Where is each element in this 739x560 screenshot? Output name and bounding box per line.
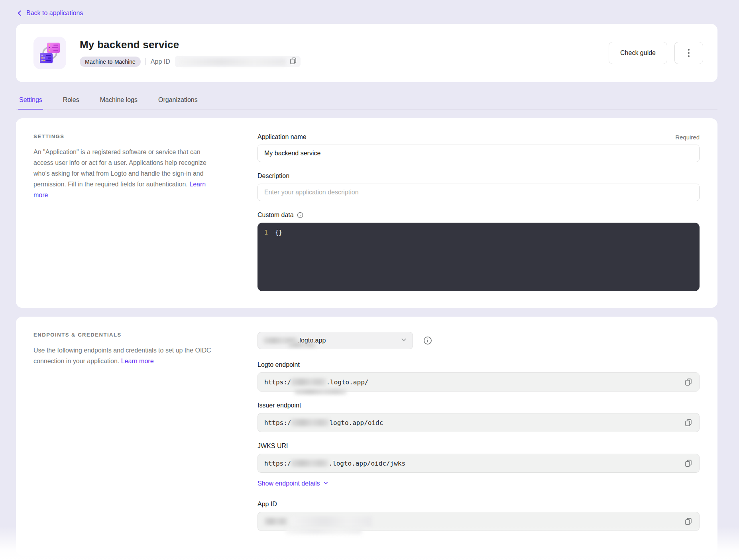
custom-data-info-button[interactable] bbox=[297, 212, 303, 218]
application-name-field-group: Application name Required bbox=[257, 133, 700, 162]
issuer-endpoint-value-field: https:/ logto.app/oidc bbox=[257, 413, 700, 432]
redacted-app-id-value bbox=[179, 58, 286, 65]
redacted-endpoint-part bbox=[291, 378, 326, 386]
check-guide-button[interactable]: Check guide bbox=[609, 42, 667, 64]
description-input[interactable] bbox=[257, 184, 700, 201]
redacted-tenant-id-artifact bbox=[288, 343, 316, 347]
app-id-label: App ID bbox=[151, 58, 170, 65]
redacted-endpoint-part bbox=[291, 460, 328, 467]
show-details-label: Show endpoint details bbox=[257, 480, 320, 487]
copy-logto-endpoint-button[interactable] bbox=[683, 377, 694, 387]
logto-endpoint-value-field: https:/ .logto.app/ bbox=[257, 372, 700, 392]
back-link-label: Back to applications bbox=[26, 10, 83, 17]
endpoints-aside: ENDPOINTS & CREDENTIALS Use the followin… bbox=[33, 332, 222, 539]
endpoints-learn-more-link[interactable]: Learn more bbox=[121, 358, 154, 364]
application-header-info: My backend service Machine-to-Machine Ap… bbox=[80, 39, 609, 67]
jwks-uri-label: JWKS URI bbox=[257, 443, 288, 450]
info-circle-icon bbox=[297, 213, 303, 219]
settings-form: Application name Required Description Cu… bbox=[257, 133, 700, 291]
application-name-label: Application name bbox=[257, 133, 307, 141]
app-id-field-label: App ID bbox=[257, 501, 277, 508]
code-line-number: 1 bbox=[257, 229, 275, 236]
jwks-uri-field-group: JWKS URI https:/ .logto.app/oidc/jwks bbox=[257, 443, 700, 473]
issuer-endpoint-label: Issuer endpoint bbox=[257, 402, 301, 409]
chevron-down-icon bbox=[401, 337, 407, 345]
settings-section-description: An "Application" is a registered softwar… bbox=[33, 149, 206, 188]
endpoint-value-suffix: .logto.app/oidc/jwks bbox=[328, 460, 405, 467]
domain-select-row: .logto.app bbox=[257, 332, 700, 349]
redacted-app-id-part bbox=[264, 518, 287, 525]
copy-app-id-button[interactable] bbox=[683, 516, 694, 527]
endpoint-value-prefix: https:/ bbox=[264, 419, 291, 427]
copy-icon bbox=[685, 381, 692, 387]
endpoints-form: .logto.app Logto endpoint https:/ bbox=[257, 332, 700, 539]
tab-organizations[interactable]: Organizations bbox=[157, 94, 199, 110]
more-actions-button[interactable] bbox=[674, 42, 703, 64]
application-type-badge: Machine-to-Machine bbox=[80, 57, 141, 67]
required-hint: Required bbox=[675, 134, 700, 141]
redacted-endpoint-artifact bbox=[295, 390, 346, 394]
endpoint-value-prefix: https:/ bbox=[264, 378, 291, 386]
copy-icon bbox=[685, 462, 692, 468]
endpoints-credentials-card: ENDPOINTS & CREDENTIALS Use the followin… bbox=[16, 317, 717, 556]
app-id-value-field bbox=[257, 512, 700, 531]
copy-icon bbox=[290, 57, 297, 66]
application-details-page: Back to applications bbox=[0, 0, 739, 556]
redacted-app-id-part bbox=[292, 516, 372, 527]
tab-machine-logs[interactable]: Machine logs bbox=[99, 94, 138, 110]
copy-icon bbox=[685, 421, 692, 427]
tab-roles[interactable]: Roles bbox=[62, 94, 80, 110]
endpoint-value-suffix: .logto.app/ bbox=[326, 378, 368, 386]
description-label: Description bbox=[257, 172, 289, 180]
application-meta-row: Machine-to-Machine App ID bbox=[80, 56, 609, 67]
code-content: {} bbox=[275, 229, 282, 236]
logto-endpoint-label: Logto endpoint bbox=[257, 361, 300, 368]
copy-jwks-uri-button[interactable] bbox=[683, 458, 694, 468]
application-tabs: Settings Roles Machine logs Organization… bbox=[16, 94, 717, 110]
jwks-uri-value-field: https:/ .logto.app/oidc/jwks bbox=[257, 454, 700, 473]
endpoint-value-prefix: https:/ bbox=[264, 460, 291, 467]
settings-section-title: SETTINGS bbox=[33, 133, 222, 139]
custom-data-field-group: Custom data 1 {} bbox=[257, 211, 700, 291]
domain-select[interactable]: .logto.app bbox=[257, 332, 413, 349]
app-id-field-group: App ID bbox=[257, 501, 700, 531]
copy-issuer-endpoint-button[interactable] bbox=[683, 417, 694, 428]
endpoints-section-title: ENDPOINTS & CREDENTIALS bbox=[33, 332, 222, 338]
back-to-applications-link[interactable]: Back to applications bbox=[17, 10, 83, 17]
endpoint-value-suffix: logto.app/oidc bbox=[329, 419, 383, 427]
redacted-app-id-artifact bbox=[286, 529, 362, 535]
issuer-endpoint-field-group: Issuer endpoint https:/ logto.app/oidc bbox=[257, 402, 700, 432]
custom-data-label: Custom data bbox=[257, 211, 294, 219]
application-header-card: My backend service Machine-to-Machine Ap… bbox=[16, 24, 717, 82]
chevron-left-icon bbox=[17, 10, 22, 16]
kebab-menu-icon bbox=[688, 49, 690, 57]
tab-settings[interactable]: Settings bbox=[18, 94, 43, 110]
settings-aside: SETTINGS An "Application" is a registere… bbox=[33, 133, 222, 291]
machine-to-machine-icon bbox=[33, 37, 66, 69]
description-field-group: Description bbox=[257, 172, 700, 201]
application-name-input[interactable] bbox=[257, 145, 700, 162]
domain-info-button[interactable] bbox=[423, 336, 432, 345]
show-endpoint-details-link[interactable]: Show endpoint details bbox=[257, 480, 328, 487]
settings-card: SETTINGS An "Application" is a registere… bbox=[16, 118, 717, 308]
info-circle-icon bbox=[423, 340, 432, 346]
page-title: My backend service bbox=[80, 39, 609, 51]
custom-data-code-editor[interactable]: 1 {} bbox=[257, 223, 700, 291]
copy-icon bbox=[685, 520, 692, 526]
header-actions: Check guide bbox=[609, 42, 703, 64]
app-id-copy-chip[interactable] bbox=[175, 56, 301, 67]
logto-endpoint-field-group: Logto endpoint https:/ .logto.app/ bbox=[257, 361, 700, 392]
redacted-endpoint-part bbox=[291, 419, 329, 426]
meta-divider bbox=[145, 58, 146, 65]
chevron-down-icon bbox=[323, 480, 328, 487]
